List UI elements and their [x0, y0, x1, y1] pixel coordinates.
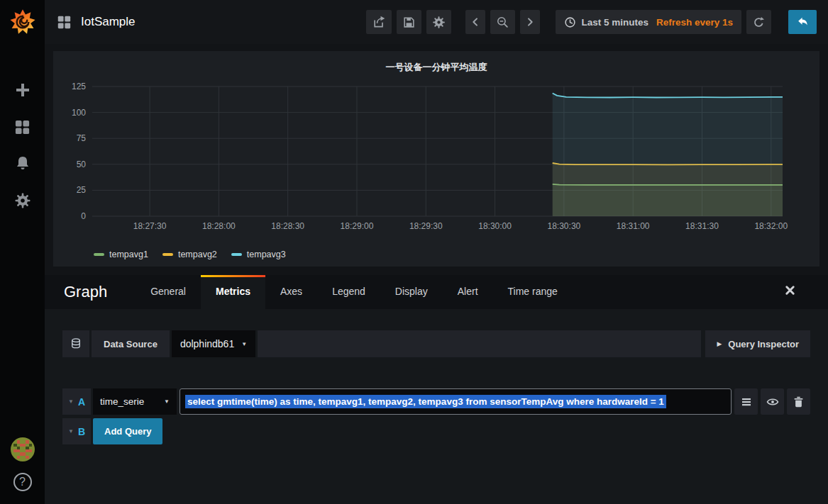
sidebar: ? [0, 0, 45, 504]
query-format-select[interactable]: time_serie ▼ [93, 388, 177, 415]
configuration-gear-icon[interactable] [13, 191, 32, 210]
query-b-collapse-toggle[interactable]: ▼ B [62, 418, 91, 444]
alerting-bell-icon[interactable] [13, 155, 32, 173]
svg-text:18:31:00: 18:31:00 [617, 221, 650, 231]
svg-text:0: 0 [81, 211, 86, 221]
dashboard-title[interactable]: IotSample [81, 15, 136, 29]
create-plus-icon[interactable] [13, 81, 32, 99]
svg-text:18:29:30: 18:29:30 [409, 221, 443, 231]
datasource-icon-cell [62, 330, 89, 357]
chevron-left-icon [470, 16, 481, 28]
query-ref-letter: B [78, 426, 85, 437]
metrics-tab-content: Data Source dolphindb61 ▼ ▶ Query Inspec… [45, 309, 828, 504]
svg-text:75: 75 [77, 133, 87, 143]
svg-text:18:27:30: 18:27:30 [133, 221, 167, 231]
query-inspector-button[interactable]: ▶ Query Inspector [705, 330, 810, 357]
grafana-app: ? IotSample [0, 0, 828, 504]
query-a-collapse-toggle[interactable]: ▼ A [62, 388, 91, 415]
svg-text:18:28:00: 18:28:00 [202, 221, 236, 231]
query-disable-button[interactable] [761, 388, 784, 415]
tab-legend[interactable]: Legend [317, 275, 380, 309]
dashboards-grid-icon[interactable] [13, 118, 32, 136]
back-to-dashboard-button[interactable] [788, 10, 817, 34]
datasource-select[interactable]: dolphindb61 ▼ [172, 330, 255, 357]
tab-alert[interactable]: Alert [443, 275, 493, 309]
svg-text:18:30:00: 18:30:00 [478, 221, 512, 231]
time-picker-button[interactable]: Last 5 minutes Refresh every 1s [556, 10, 741, 34]
panel-title[interactable]: 一号设备一分钟平均温度 [53, 51, 819, 81]
sidebar-menu [13, 81, 32, 210]
zoom-out-button[interactable] [490, 10, 515, 34]
refresh-icon [752, 16, 766, 29]
panel-editor-tabbar: Graph GeneralMetricsAxesLegendDisplayAle… [45, 275, 828, 309]
panel-type-label: Graph [64, 283, 107, 301]
series-name: tempavg3 [247, 250, 286, 259]
chevron-right-icon [524, 16, 536, 28]
caret-down-icon: ▼ [241, 341, 247, 347]
save-icon [402, 16, 416, 29]
refresh-button[interactable] [746, 10, 771, 34]
eye-icon [766, 396, 779, 408]
share-button[interactable] [366, 10, 392, 34]
legend-item-tempavg2[interactable]: tempavg2 [162, 250, 217, 259]
time-nav-group [465, 10, 540, 34]
add-query-button[interactable]: Add Query [93, 418, 162, 444]
chevron-down-icon: ▼ [68, 428, 74, 435]
help-icon[interactable]: ? [13, 473, 32, 491]
query-row-a: ▼ A time_serie ▼ select gmtime(time) as … [62, 388, 810, 415]
series-name: tempavg2 [178, 250, 217, 259]
query-format-value: time_serie [100, 396, 144, 407]
user-avatar[interactable] [11, 437, 35, 461]
svg-text:50: 50 [77, 159, 87, 169]
grafana-flame-icon [9, 9, 36, 35]
expand-right-icon: ▶ [717, 340, 722, 347]
datasource-value: dolphindb61 [180, 338, 234, 349]
svg-text:25: 25 [77, 185, 87, 195]
selected-query-text: select gmtime(time) as time, tempavg1, t… [185, 395, 666, 408]
caret-down-icon: ▼ [164, 398, 170, 405]
panel-settings-button[interactable] [426, 10, 451, 34]
chevron-down-icon: ▼ [68, 398, 74, 405]
legend-item-tempavg1[interactable]: tempavg1 [94, 250, 148, 259]
time-forward-button[interactable] [520, 10, 540, 34]
save-button[interactable] [397, 10, 421, 34]
close-editor-icon[interactable] [785, 285, 795, 296]
gear-icon [432, 16, 446, 29]
main-area: IotSample [45, 0, 828, 504]
series-swatch [162, 253, 173, 256]
time-range-label: Last 5 minutes [581, 17, 648, 28]
dashboard-picker-icon[interactable] [56, 14, 72, 30]
share-icon [372, 15, 386, 29]
query-list: ▼ A time_serie ▼ select gmtime(time) as … [62, 388, 810, 444]
editor-tabs: GeneralMetricsAxesLegendDisplayAlertTime… [136, 275, 573, 309]
query-menu-button[interactable] [734, 388, 758, 415]
refresh-interval-label: Refresh every 1s [656, 17, 733, 28]
legend-item-tempavg3[interactable]: tempavg3 [231, 250, 286, 259]
navbar-actions: Last 5 minutes Refresh every 1s [361, 10, 817, 34]
datasource-row: Data Source dolphindb61 ▼ ▶ Query Inspec… [62, 330, 810, 357]
query-inspector-label: Query Inspector [728, 339, 799, 349]
database-icon [70, 337, 82, 350]
svg-text:18:29:00: 18:29:00 [341, 221, 374, 231]
clock-icon [564, 16, 576, 28]
query-delete-button[interactable] [787, 388, 810, 415]
dashboard-area: 一号设备一分钟平均温度 025507510012518:27:3018:28:0… [45, 44, 828, 275]
top-navbar: IotSample [45, 0, 828, 44]
svg-text:125: 125 [72, 82, 86, 91]
datasource-row-spacer [258, 330, 701, 357]
temperature-chart[interactable]: 025507510012518:27:3018:28:0018:28:3018:… [53, 81, 819, 245]
tab-general[interactable]: General [136, 275, 201, 309]
graph-panel: 一号设备一分钟平均温度 025507510012518:27:3018:28:0… [53, 51, 819, 267]
query-sql-input[interactable]: select gmtime(time) as time, tempavg1, t… [180, 388, 732, 415]
tab-time-range[interactable]: Time range [493, 275, 573, 309]
tab-display[interactable]: Display [380, 275, 443, 309]
zoom-out-icon [496, 16, 509, 29]
tab-axes[interactable]: Axes [265, 275, 317, 309]
query-ref-letter: A [78, 396, 85, 408]
time-back-button[interactable] [465, 10, 485, 34]
sidebar-bottom: ? [11, 437, 35, 491]
grafana-logo[interactable] [0, 0, 45, 44]
svg-text:100: 100 [72, 108, 86, 118]
svg-text:18:30:30: 18:30:30 [548, 221, 581, 231]
tab-metrics[interactable]: Metrics [201, 275, 265, 309]
